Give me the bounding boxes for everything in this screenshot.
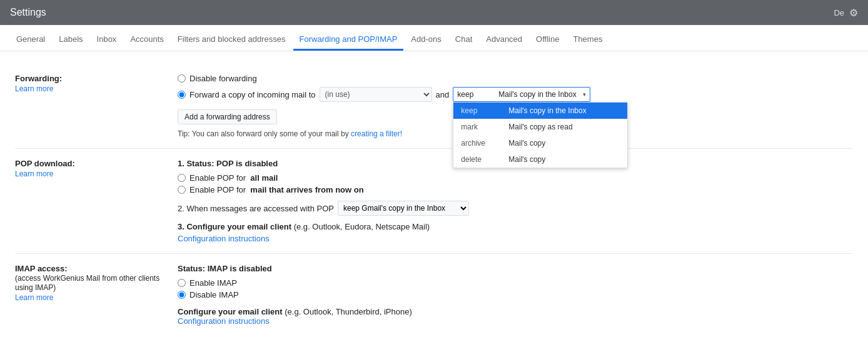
imap-disable-radio[interactable] [178, 291, 186, 299]
dropdown-desc-delete: Mail's copy [508, 155, 545, 164]
imap-enable-radio[interactable] [178, 279, 186, 287]
pop-radios: Enable POP for all mail Enable POP for m… [178, 173, 853, 194]
and-text: and [436, 90, 450, 99]
tab-accounts[interactable]: Accounts [124, 28, 169, 51]
dropdown-option-archive[interactable]: archive Mail's copy [453, 135, 627, 151]
dropdown-desc-mark: Mail's copy as read [508, 123, 572, 131]
imap-enable-label: Enable IMAP [189, 278, 237, 288]
page-title: Settings [10, 7, 46, 18]
add-forwarding-button[interactable]: Add a forwarding address [178, 109, 277, 124]
forwarding-label: Forwarding: Learn more [15, 74, 178, 93]
dropdown-action-mark: mark [461, 123, 505, 131]
pop-section: POP download: Learn more 1. Status: POP … [15, 149, 853, 254]
dropdown-option-keep[interactable]: keep Mail's copy in the Inbox [453, 103, 627, 119]
tabs-bar: General Labels Inbox Accounts Filters an… [0, 25, 868, 51]
tab-themes[interactable]: Themes [567, 28, 608, 51]
dropdown-action-delete: delete [461, 155, 505, 164]
tab-advanced[interactable]: Advanced [480, 28, 528, 51]
pop-all-label: Enable POP for all mail [189, 173, 278, 183]
imap-enable-row: Enable IMAP [178, 278, 853, 288]
tab-inbox[interactable]: Inbox [91, 28, 123, 51]
pop-config-link[interactable]: Configuration instructions [178, 234, 270, 243]
header: Settings De ⚙ [0, 0, 868, 25]
header-right: De ⚙ [834, 7, 858, 19]
imap-section: IMAP access: (access WorkGenius Mail fro… [15, 254, 853, 336]
gear-icon[interactable]: ⚙ [849, 7, 858, 19]
imap-config-label: Configure your email client (e.g. Outloo… [178, 307, 412, 316]
forwarding-learn-more[interactable]: Learn more [15, 84, 165, 93]
dropdown-option-delete[interactable]: delete Mail's copy [453, 151, 627, 168]
imap-learn-more[interactable]: Learn more [15, 293, 165, 302]
main-content: Forwarding: Learn more Disable forwardin… [0, 51, 868, 337]
imap-disable-row: Disable IMAP [178, 290, 853, 299]
pop-now-radio[interactable] [178, 186, 186, 194]
pop-all-row: Enable POP for all mail [178, 173, 853, 183]
pop-now-row: Enable POP for mail that arrives from no… [178, 185, 853, 194]
pop-now-label: Enable POP for mail that arrives from no… [189, 185, 364, 194]
disable-forwarding-label: Disable forwarding [189, 74, 257, 83]
forwarding-section: Forwarding: Learn more Disable forwardin… [15, 64, 853, 149]
dropdown-action-keep: keep [461, 106, 505, 115]
forward-email-select[interactable]: (in use) [320, 87, 432, 102]
tab-addons[interactable]: Add-ons [405, 28, 447, 51]
tab-labels[interactable]: Labels [53, 28, 89, 51]
pop-config-label: 3. Configure your email client (e.g. Out… [178, 222, 430, 231]
when-accessed-select[interactable]: keep Gmail's copy in the Inbox [338, 201, 469, 216]
when-accessed-label: 2. When messages are accessed with POP [178, 204, 334, 213]
when-accessed-row: 2. When messages are accessed with POP k… [178, 201, 853, 216]
disable-forwarding-row: Disable forwarding [178, 74, 853, 83]
avatar: De [834, 8, 844, 18]
dropdown-option-mark[interactable]: mark Mail's copy as read [453, 119, 627, 135]
pop-all-radio[interactable] [178, 174, 186, 182]
pop-config-row: 3. Configure your email client (e.g. Out… [178, 222, 853, 231]
disable-forwarding-radio[interactable] [178, 74, 186, 83]
enable-forwarding-radio[interactable] [178, 91, 186, 99]
tab-chat[interactable]: Chat [449, 28, 478, 51]
tab-filters[interactable]: Filters and blocked addresses [171, 28, 292, 51]
filter-link[interactable]: creating a filter! [351, 129, 402, 138]
dropdown-desc-archive: Mail's copy [508, 139, 545, 148]
action-selected-text: keep Mail's copy in the Inbox [457, 90, 576, 99]
dropdown-desc-keep: Mail's copy in the Inbox [508, 106, 586, 115]
pop-learn-more[interactable]: Learn more [15, 169, 165, 178]
pop-label: POP download: Learn more [15, 159, 178, 178]
imap-status: Status: IMAP is disabled [178, 264, 853, 273]
imap-disable-label: Disable IMAP [189, 290, 239, 299]
dropdown-action-archive: archive [461, 139, 505, 148]
imap-content: Status: IMAP is disabled Enable IMAP Dis… [178, 264, 853, 326]
action-dropdown-trigger[interactable]: keep Mail's copy in the Inbox [453, 87, 590, 102]
forward-copy-row: Forward a copy of incoming mail to (in u… [178, 87, 853, 102]
action-dropdown-menu: keep Mail's copy in the Inbox mark Mail'… [453, 102, 628, 168]
tab-forwarding[interactable]: Forwarding and POP/IMAP [293, 28, 404, 51]
tab-offline[interactable]: Offline [530, 28, 565, 51]
imap-config-row: Configure your email client (e.g. Outloo… [178, 307, 853, 316]
action-dropdown-container: keep Mail's copy in the Inbox keep Mail'… [453, 87, 590, 102]
pop-content: 1. Status: POP is disabled Enable POP fo… [178, 159, 853, 243]
imap-config-link[interactable]: Configuration instructions [178, 316, 270, 326]
forwarding-content: Disable forwarding Forward a copy of inc… [178, 74, 853, 138]
imap-sublabel: (access WorkGenius Mail from other clien… [15, 274, 159, 292]
imap-label: IMAP access: (access WorkGenius Mail fro… [15, 264, 178, 302]
forward-copy-label: Forward a copy of incoming mail to [189, 90, 316, 99]
tab-general[interactable]: General [10, 28, 51, 51]
